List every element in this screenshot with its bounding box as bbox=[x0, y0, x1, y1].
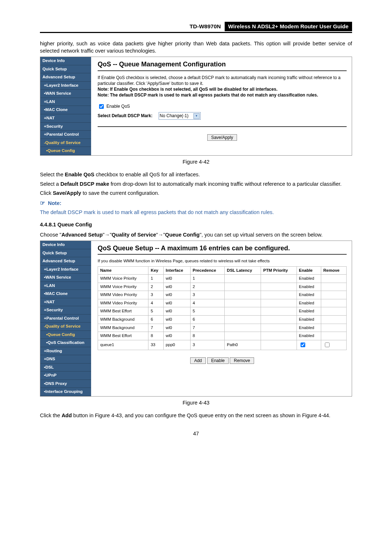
panel-title: QoS -- Queue Management Configuration bbox=[98, 60, 347, 69]
table-cell bbox=[225, 332, 261, 340]
table-cell: 5 bbox=[148, 307, 163, 316]
table-cell bbox=[321, 324, 346, 332]
table-cell bbox=[321, 291, 346, 299]
sidebar-item[interactable]: +NAT bbox=[40, 298, 91, 307]
sidebar-item[interactable]: •WAN Service bbox=[40, 274, 91, 282]
table-cell: WMM Best Effort bbox=[98, 307, 148, 316]
sidebar-item[interactable]: +LAN bbox=[40, 282, 91, 290]
remove-button[interactable]: Remove bbox=[230, 357, 254, 364]
table-cell: WMM Background bbox=[98, 316, 148, 324]
table-header: Interface bbox=[163, 266, 190, 275]
sidebar-item[interactable]: -Quality of Service bbox=[40, 323, 91, 331]
sidebar-item[interactable]: +DNS bbox=[40, 355, 91, 364]
sidebar-item[interactable]: +Security bbox=[40, 306, 91, 315]
table-cell: wl0 bbox=[163, 307, 190, 316]
figure-4-43-screenshot: Device InfoQuick SetupAdvanced Setup+Lay… bbox=[40, 241, 352, 397]
sidebar-item[interactable]: +Parental Control bbox=[40, 131, 91, 139]
dscp-select[interactable]: No Change(-1) ▾ bbox=[159, 112, 201, 119]
table-cell: wl0 bbox=[163, 275, 190, 283]
sidebar-item[interactable]: •DNS Proxy bbox=[40, 380, 91, 388]
table-cell: ppp0 bbox=[163, 340, 190, 350]
sidebar-item[interactable]: Advanced Setup bbox=[40, 257, 91, 266]
sidebar-item[interactable]: •MAC Clone bbox=[40, 290, 91, 298]
save-apply-button[interactable]: Save/Apply bbox=[207, 134, 237, 141]
table-cell: wl0 bbox=[163, 324, 190, 332]
panel-text: If Enable QoS checkbox is selected, choo… bbox=[98, 75, 347, 86]
queue-table: NameKeyInterfacePrecedenceDSL LatencyPTM… bbox=[98, 266, 347, 350]
section-heading: 4.4.8.1 Queue Config bbox=[40, 221, 352, 229]
enable-qos-checkbox[interactable] bbox=[99, 104, 104, 109]
table-cell: Enabled bbox=[297, 299, 321, 307]
sidebar-item[interactable]: •MAC Clone bbox=[40, 106, 91, 114]
sidebar-item[interactable]: •QoS Classification bbox=[40, 339, 91, 347]
sidebar-item[interactable]: Quick Setup bbox=[40, 65, 91, 74]
table-header: Remove bbox=[321, 266, 346, 275]
sidebar-item[interactable]: +Parental Control bbox=[40, 315, 91, 323]
table-cell: wl0 bbox=[163, 332, 190, 340]
panel-text: Note: The default DSCP mark is used to m… bbox=[98, 92, 347, 98]
sidebar-item[interactable]: +Security bbox=[40, 123, 91, 131]
divider bbox=[98, 70, 347, 71]
table-header: PTM Priority bbox=[261, 266, 297, 275]
sidebar-item[interactable]: -Quality of Service bbox=[40, 139, 91, 147]
table-row: WMM Background7wl07Enabled bbox=[98, 324, 347, 332]
dscp-row: Select Default DSCP Mark: No Change(-1) … bbox=[98, 112, 347, 119]
table-cell: Enabled bbox=[297, 316, 321, 324]
sidebar-item[interactable]: •WAN Service bbox=[40, 90, 91, 98]
table-cell: wl0 bbox=[163, 283, 190, 291]
sidebar-item[interactable]: Quick Setup bbox=[40, 249, 91, 258]
sidebar-item[interactable]: +Routing bbox=[40, 347, 91, 356]
sidebar-item[interactable]: •Queue Config bbox=[40, 331, 91, 339]
table-cell: 6 bbox=[148, 316, 163, 324]
enable-qos-row: Enable QoS bbox=[98, 103, 347, 110]
table-cell: 1 bbox=[148, 275, 163, 283]
sidebar-item[interactable]: Device Info bbox=[40, 241, 91, 249]
table-row: WMM Background6wl06Enabled bbox=[98, 316, 347, 324]
table-cell bbox=[321, 316, 346, 324]
sidebar-item[interactable]: +Layer2 Interface bbox=[40, 82, 91, 90]
table-cell bbox=[321, 275, 346, 283]
table-header: Precedence bbox=[190, 266, 224, 275]
table-cell: Enabled bbox=[297, 307, 321, 316]
table-cell: Enabled bbox=[297, 275, 321, 283]
table-cell bbox=[225, 283, 261, 291]
sidebar-item[interactable]: Advanced Setup bbox=[40, 73, 91, 82]
figure-caption: Figure 4-43 bbox=[40, 399, 352, 407]
table-header: Name bbox=[98, 266, 148, 275]
enable-button[interactable]: Enable bbox=[207, 357, 229, 364]
table-cell bbox=[261, 340, 297, 350]
table-cell: wl0 bbox=[163, 316, 190, 324]
model-number: TD-W8970N bbox=[189, 23, 221, 30]
table-header: DSL Latency bbox=[225, 266, 261, 275]
sidebar-item[interactable]: •UPnP bbox=[40, 372, 91, 380]
chevron-down-icon: ▾ bbox=[193, 113, 200, 119]
table-cell: wl0 bbox=[163, 299, 190, 307]
body-text: Click the Add button in Figure 4-43, and… bbox=[40, 412, 352, 419]
remove-checkbox[interactable] bbox=[325, 342, 330, 347]
table-cell: Enabled bbox=[297, 332, 321, 340]
sidebar-item[interactable]: +NAT bbox=[40, 114, 91, 123]
sidebar-item[interactable]: +Layer2 Interface bbox=[40, 266, 91, 274]
table-cell bbox=[261, 283, 297, 291]
sidebar-item[interactable]: Device Info bbox=[40, 57, 91, 65]
table-cell bbox=[297, 340, 321, 350]
table-cell: 7 bbox=[190, 324, 224, 332]
table-cell: 3 bbox=[190, 291, 224, 299]
table-header: Enable bbox=[297, 266, 321, 275]
enable-checkbox[interactable] bbox=[301, 342, 305, 347]
table-row: WMM Best Effort8wl08Enabled bbox=[98, 332, 347, 340]
sidebar-item[interactable]: •Interface Grouping bbox=[40, 388, 91, 396]
panel-subnote: If you disable WMM function in Wireless … bbox=[98, 258, 347, 264]
page-header: TD-W8970N Wireless N ADSL2+ Modem Router… bbox=[40, 22, 352, 33]
dscp-value: No Change(-1) bbox=[160, 113, 188, 119]
sidebar-item[interactable]: •DSL bbox=[40, 364, 91, 372]
router-sidebar: Device InfoQuick SetupAdvanced Setup+Lay… bbox=[40, 241, 91, 396]
table-cell: WMM Video Priority bbox=[98, 299, 148, 307]
table-cell: 1 bbox=[190, 275, 224, 283]
sidebar-item[interactable]: +LAN bbox=[40, 98, 91, 106]
panel-text: Note: If Enable Qos checkbox is not sele… bbox=[98, 86, 347, 92]
table-cell bbox=[261, 291, 297, 299]
add-button[interactable]: Add bbox=[190, 357, 206, 364]
table-cell: WMM Voice Priority bbox=[98, 275, 148, 283]
sidebar-item[interactable]: •Queue Config bbox=[40, 147, 91, 155]
